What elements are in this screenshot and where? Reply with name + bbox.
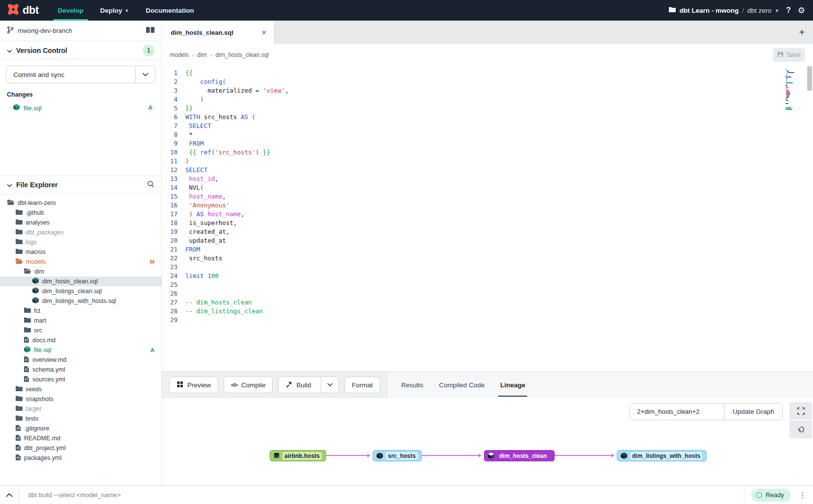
breadcrumb-item[interactable]: models xyxy=(170,51,189,58)
cube-icon xyxy=(487,452,495,459)
file-icon xyxy=(15,454,21,462)
new-tab-button[interactable]: + xyxy=(790,21,813,44)
tree-item-target[interactable]: target xyxy=(0,404,161,414)
file-icon xyxy=(24,356,29,364)
tree-item-analyses[interactable]: analyses xyxy=(0,218,161,227)
tree-item-macros[interactable]: macros xyxy=(0,247,161,257)
tree-item-label: tests xyxy=(25,415,38,422)
gear-icon[interactable]: ⚙ xyxy=(798,5,805,16)
format-button[interactable]: Format xyxy=(344,377,380,393)
build-dropdown-chevron[interactable] xyxy=(321,377,338,393)
dag-node-label: dim_hosts_clean xyxy=(497,452,549,460)
compile-button[interactable]: </> Compile xyxy=(224,377,273,393)
file-explorer-title: File Explorer xyxy=(16,181,58,189)
tree-item-dim_hosts_clean.sql[interactable]: dim_hosts_clean.sql xyxy=(0,277,161,286)
tree-item-README.md[interactable]: README.md xyxy=(0,433,161,443)
preview-button[interactable]: Preview xyxy=(169,377,218,393)
tree-item-models[interactable]: modelsM xyxy=(0,257,161,267)
branch-row[interactable]: mwong-dev-branch xyxy=(0,21,161,41)
tree-item-dim[interactable]: dim xyxy=(0,267,161,277)
tree-item-.gitignore[interactable]: .gitignore xyxy=(0,424,161,433)
nav-item-documentation[interactable]: Documentation xyxy=(137,0,202,21)
dag-node-dim_hosts_clean[interactable]: dim_hosts_clean xyxy=(484,450,555,461)
breadcrumb-item[interactable]: dim_hosts_clean.sql xyxy=(215,51,269,58)
tree-item-dim_listings_clean.sql[interactable]: dim_listings_clean.sql xyxy=(0,286,161,296)
tree-item-src[interactable]: src xyxy=(0,326,161,335)
panel-tab-results[interactable]: Results xyxy=(393,372,431,399)
commit-and-sync-button[interactable]: Commit and sync xyxy=(6,66,155,83)
tree-item-sources.yml[interactable]: sources.yml xyxy=(0,375,161,384)
code-line xyxy=(185,280,813,289)
file-icon xyxy=(15,425,21,433)
tree-item-fct[interactable]: fct xyxy=(0,306,161,316)
tree-item-logs[interactable]: logs xyxy=(0,237,161,247)
version-control-header[interactable]: Version Control 1 xyxy=(0,41,161,60)
tree-item-dbt-learn-zero[interactable]: dbt-learn-zero xyxy=(0,198,161,208)
account-switcher[interactable]: dbt Learn - mwong / dbt zero ▼ xyxy=(668,6,779,15)
command-input[interactable] xyxy=(19,491,744,499)
editor-tab[interactable]: dim_hosts_clean.sql ✕ xyxy=(162,21,274,44)
build-button[interactable]: Build xyxy=(279,377,317,393)
line-numbers: 1234567891011121314151617181920212223242… xyxy=(162,65,182,371)
nav-item-develop[interactable]: Develop xyxy=(50,0,92,21)
code-line: -- dim_hosts_clean xyxy=(185,298,813,307)
dag-node-dim_listings_with_hosts[interactable]: dim_listings_with_hosts xyxy=(617,450,707,461)
lineage-icon-strip xyxy=(789,402,812,438)
dag-node-airbnb-hosts[interactable]: airbnb.hosts xyxy=(270,450,326,461)
changes-count-badge: 1 xyxy=(143,45,154,56)
code-line: {{ xyxy=(185,69,813,77)
format-label: Format xyxy=(352,381,373,389)
tree-item-dim_listings_with_hosts.sql[interactable]: dim_listings_with_hosts.sql xyxy=(0,296,161,306)
dag-edge xyxy=(326,455,370,456)
tree-item-label: mart xyxy=(34,317,46,324)
breadcrumb-item[interactable]: dim xyxy=(197,51,206,58)
tree-item-.github[interactable]: .github xyxy=(0,208,161,218)
code-editor[interactable]: 1234567891011121314151617181920212223242… xyxy=(162,65,813,371)
folder-icon xyxy=(15,238,23,246)
tree-item-packages.yml[interactable]: packages.yml xyxy=(0,453,161,463)
tree-item-seeds[interactable]: seeds xyxy=(0,384,161,394)
code-area[interactable]: {{ config( materialized = 'view', )}}WIT… xyxy=(182,65,813,371)
code-line: updated_at xyxy=(185,236,813,245)
tree-item-snapshots[interactable]: snapshots xyxy=(0,394,161,404)
tree-item-mart[interactable]: mart xyxy=(0,316,161,326)
kebab-menu-icon[interactable]: ⋮ xyxy=(798,491,813,500)
save-button[interactable]: Save xyxy=(773,48,805,62)
account-separator: / xyxy=(742,7,744,14)
tree-item-tests[interactable]: tests xyxy=(0,414,161,424)
panel-tab-lineage[interactable]: Lineage xyxy=(492,372,533,399)
fullscreen-button[interactable] xyxy=(789,402,812,420)
dbt-logo-icon xyxy=(7,3,20,18)
changes-label: Changes xyxy=(7,91,154,98)
collapse-chevron-icon[interactable] xyxy=(0,493,19,497)
dag-node-src_hosts[interactable]: src_hosts xyxy=(373,450,422,461)
search-icon[interactable] xyxy=(147,180,154,189)
code-line: limit 100 xyxy=(185,272,813,280)
file-explorer-header[interactable]: File Explorer xyxy=(0,176,161,194)
editor-scrollbar-thumb[interactable] xyxy=(807,66,812,91)
tree-item-label: dim_listings_clean.sql xyxy=(42,288,102,295)
help-icon[interactable]: ? xyxy=(784,6,793,15)
docs-panel-icon[interactable] xyxy=(146,26,154,35)
lineage-selector-input[interactable] xyxy=(630,403,724,420)
tree-item-docs.md[interactable]: docs.md xyxy=(0,335,161,345)
commit-options-chevron[interactable] xyxy=(135,66,155,83)
changed-file-row[interactable]: file.sql A xyxy=(6,102,155,114)
ready-status-badge: Ready xyxy=(751,489,791,502)
nav-item-deploy[interactable]: Deploy▼ xyxy=(92,0,137,21)
tab-close-icon[interactable]: ✕ xyxy=(261,29,267,36)
commit-and-sync-label: Commit and sync xyxy=(6,66,135,83)
dbt-logo[interactable]: dbt xyxy=(0,3,50,18)
environment-name: dbt zero xyxy=(747,7,771,14)
tree-item-file.sql[interactable]: file.sqlA xyxy=(0,345,161,355)
update-graph-button[interactable]: Update Graph xyxy=(724,403,782,420)
dag-node-label: src_hosts xyxy=(386,452,418,460)
tree-item-overview.md[interactable]: overview.md xyxy=(0,355,161,365)
file-icon xyxy=(24,336,29,345)
cube-icon xyxy=(376,452,383,459)
panel-tab-compiled-code[interactable]: Compiled Code xyxy=(431,372,492,399)
tree-item-dbt_packages[interactable]: dbt_packages xyxy=(0,227,161,237)
tree-item-dbt_project.yml[interactable]: dbt_project.yml xyxy=(0,443,161,453)
reset-layout-button[interactable] xyxy=(789,421,812,438)
tree-item-schema.yml[interactable]: schema.yml xyxy=(0,365,161,375)
